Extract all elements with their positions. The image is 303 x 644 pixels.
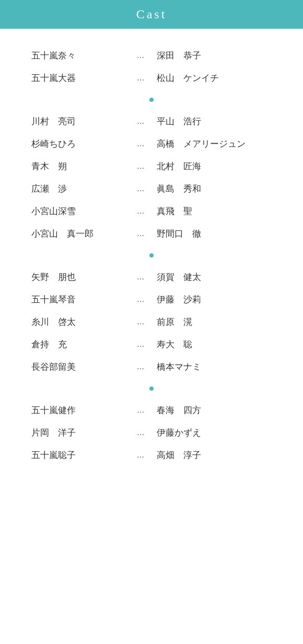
separator-dot [149,253,154,257]
actor-name: 寿大 聡 [157,338,272,350]
cast-dots: … [125,118,157,126]
cast-row: 片岡 洋子…伊藤かずえ [31,421,272,444]
cast-row: 倉持 充…寿大 聡 [31,333,272,356]
cast-dots: … [125,140,157,148]
character-name: 川村 亮司 [31,115,125,127]
cast-dots: … [125,363,157,371]
actor-name: 野間口 徹 [157,228,272,240]
actor-name: 春海 四方 [157,404,272,416]
actor-name: 深田 恭子 [157,50,272,62]
character-name: 広瀬 渉 [31,183,125,195]
cast-row: 五十嵐奈々…深田 恭子 [31,44,272,67]
character-name: 矢野 朋也 [31,271,125,283]
cast-row: 五十嵐琴音…伊藤 沙莉 [31,288,272,311]
cast-row: 五十嵐聡子…高畑 淳子 [31,444,272,466]
page-title: Cast [136,7,167,21]
cast-row: 五十嵐大器…松山 ケンイチ [31,67,272,89]
actor-name: 平山 浩行 [157,115,272,127]
character-name: 糸川 啓太 [31,316,125,328]
actor-name: 須賀 健太 [157,271,272,283]
actor-name: 橋本マナミ [157,361,272,373]
actor-name: 前原 滉 [157,316,272,328]
cast-dots: … [125,341,157,349]
actor-name: 真飛 聖 [157,205,272,217]
character-name: 小宮山深雪 [31,205,125,217]
cast-row: 青木 朔…北村 匠海 [31,155,272,178]
cast-container: 五十嵐奈々…深田 恭子五十嵐大器…松山 ケンイチ川村 亮司…平山 浩行杉崎ちひろ… [0,29,303,487]
actor-name: 松山 ケンイチ [157,72,272,84]
cast-dots: … [125,52,157,60]
section-separator [31,245,272,266]
cast-dots: … [125,74,157,83]
cast-dots: … [125,230,157,238]
section-separator [31,89,272,110]
actor-name: 高橋 メアリージュン [157,138,272,150]
separator-dot [149,387,154,391]
character-name: 青木 朔 [31,160,125,172]
character-name: 片岡 洋子 [31,427,125,439]
character-name: 五十嵐大器 [31,72,125,84]
cast-dots: … [125,429,157,437]
character-name: 倉持 充 [31,338,125,350]
cast-row: 矢野 朋也…須賀 健太 [31,266,272,288]
character-name: 杉崎ちひろ [31,138,125,150]
cast-dots: … [125,207,157,216]
cast-row: 小宮山 真一郎…野間口 徹 [31,223,272,245]
cast-row: 川村 亮司…平山 浩行 [31,110,272,133]
cast-row: 糸川 啓太…前原 滉 [31,311,272,333]
cast-dots: … [125,185,157,193]
actor-name: 眞島 秀和 [157,183,272,195]
character-name: 小宮山 真一郎 [31,228,125,240]
cast-dots: … [125,451,157,460]
cast-dots: … [125,406,157,415]
section-separator [31,378,272,399]
actor-name: 伊藤 沙莉 [157,294,272,306]
cast-row: 広瀬 渉…眞島 秀和 [31,178,272,200]
character-name: 五十嵐琴音 [31,294,125,306]
character-name: 五十嵐聡子 [31,449,125,461]
cast-dots: … [125,318,157,326]
character-name: 五十嵐奈々 [31,50,125,62]
cast-dots: … [125,273,157,282]
actor-name: 北村 匠海 [157,160,272,172]
cast-dots: … [125,162,157,171]
header: Cast [0,0,303,29]
cast-row: 小宮山深雪…真飛 聖 [31,200,272,223]
separator-dot [149,98,154,102]
actor-name: 伊藤かずえ [157,427,272,439]
character-name: 長谷部留美 [31,361,125,373]
character-name: 五十嵐健作 [31,404,125,416]
cast-dots: … [125,296,157,304]
actor-name: 高畑 淳子 [157,449,272,461]
cast-row: 杉崎ちひろ…高橋 メアリージュン [31,133,272,155]
cast-row: 五十嵐健作…春海 四方 [31,399,272,421]
cast-row: 長谷部留美…橋本マナミ [31,356,272,378]
